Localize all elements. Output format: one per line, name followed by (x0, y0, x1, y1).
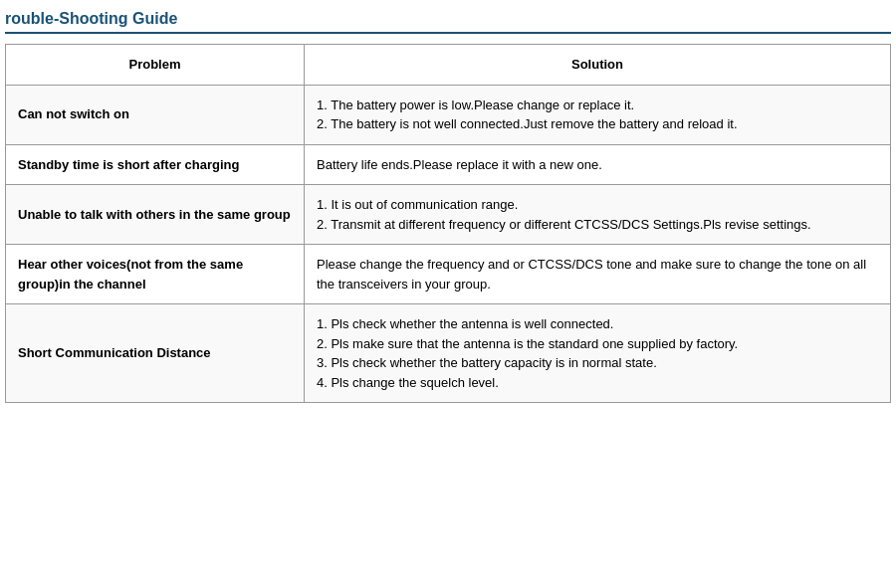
table-row: Unable to talk with others in the same g… (6, 185, 891, 245)
table-row: Can not switch on1. The battery power is… (6, 85, 891, 144)
solution-cell: Please change the frequency and or CTCSS… (305, 245, 891, 304)
solution-cell: Battery life ends.Please replace it with… (305, 144, 891, 185)
table-header-row: Problem Solution (6, 45, 891, 86)
solution-line: 2. The battery is not well connected.Jus… (317, 116, 738, 131)
solution-line: 1. Pls check whether the antenna is well… (317, 316, 613, 331)
troubleshooting-table: Problem Solution Can not switch on1. The… (5, 44, 891, 403)
solution-line: 2. Pls make sure that the antenna is the… (317, 336, 738, 351)
problem-cell: Unable to talk with others in the same g… (6, 185, 305, 245)
problem-cell: Short Communication Distance (6, 304, 305, 403)
solution-cell: 1. It is out of communication range.2. T… (305, 185, 891, 245)
header-problem: Problem (6, 45, 305, 86)
table-row: Short Communication Distance1. Pls check… (6, 304, 891, 403)
solution-line: Please change the frequency and or CTCSS… (317, 257, 866, 292)
table-row: Standby time is short after chargingBatt… (6, 144, 891, 185)
solution-line: 1. It is out of communication range. (317, 197, 518, 212)
problem-cell: Can not switch on (6, 85, 305, 144)
problem-cell: Hear other voices(not from the same grou… (6, 245, 305, 304)
solution-line: 1. The battery power is low.Please chang… (317, 98, 634, 112)
solution-line: 3. Pls check whether the battery capacit… (317, 355, 657, 370)
solution-line: Battery life ends.Please replace it with… (317, 157, 602, 172)
solution-line: 4. Pls change the squelch level. (317, 375, 499, 390)
solution-line: 2. Transmit at different frequency or di… (317, 217, 811, 232)
solution-cell: 1. The battery power is low.Please chang… (305, 85, 891, 144)
problem-cell: Standby time is short after charging (6, 144, 305, 185)
header-solution: Solution (305, 45, 891, 86)
solution-cell: 1. Pls check whether the antenna is well… (305, 304, 891, 403)
page-container: rouble-Shooting Guide Problem Solution C… (0, 0, 896, 413)
page-title: rouble-Shooting Guide (5, 10, 891, 34)
table-row: Hear other voices(not from the same grou… (6, 245, 891, 304)
